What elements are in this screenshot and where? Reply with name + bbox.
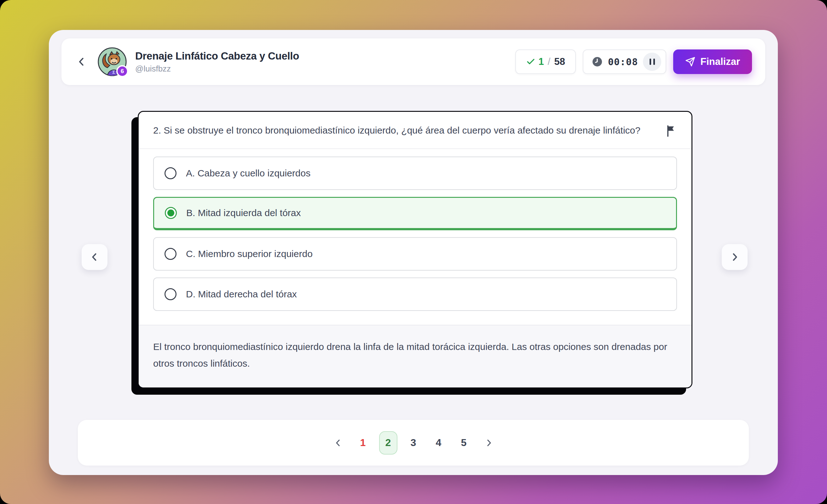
header-titles: Drenaje Linfático Cabeza y Cuello @luisf…	[135, 50, 299, 74]
finish-button[interactable]: Finalizar	[673, 49, 752, 74]
chevron-left-icon	[333, 438, 343, 448]
option-label: C. Miembro superior izquierdo	[186, 249, 313, 259]
quiz-author: @luisfbzz	[135, 64, 299, 74]
score-badge: 1 / 58	[515, 49, 576, 74]
check-icon	[526, 57, 535, 66]
radio-unselected-icon	[164, 288, 177, 300]
send-icon	[685, 57, 695, 67]
pause-icon	[649, 59, 651, 65]
question-text: 2. Si se obstruye el tronco bronquiomedi…	[153, 122, 664, 138]
radio-unselected-icon	[164, 167, 177, 179]
page-1-button[interactable]: 1	[354, 431, 372, 455]
page-4-button[interactable]: 4	[430, 431, 448, 455]
answer-options: A. Cabeza y cuello izquierdos B. Mitad i…	[139, 149, 691, 325]
pagination-bar: 1 2 3 4 5	[78, 420, 749, 465]
level-badge: 6	[116, 65, 128, 77]
answer-explanation: El tronco bronquiomediastínico izquierdo…	[139, 325, 691, 388]
radio-unselected-icon	[164, 248, 177, 260]
previous-question-button[interactable]	[82, 244, 107, 270]
option-label: B. Mitad izquierda del tórax	[186, 208, 301, 218]
score-separator: /	[547, 56, 551, 67]
pagination-prev-button[interactable]	[329, 434, 347, 452]
question-card: 2. Si se obstruye el tronco bronquiomedi…	[138, 111, 692, 388]
score-total: 58	[554, 56, 565, 67]
flag-icon	[666, 125, 676, 137]
option-label: D. Mitad derecha del tórax	[186, 289, 297, 300]
next-question-button[interactable]	[722, 244, 747, 270]
score-current: 1	[539, 56, 544, 67]
timer-value: 00:08	[608, 56, 638, 67]
timer-widget: 00:08	[583, 49, 666, 74]
clock-icon	[592, 56, 603, 67]
header-bar: Σ 6 Drenaje Linfático Cabeza y Cuello @l…	[61, 39, 765, 85]
flag-question-button[interactable]	[664, 122, 678, 140]
svg-text:Σ: Σ	[112, 69, 115, 74]
app-background: Σ 6 Drenaje Linfático Cabeza y Cuello @l…	[0, 0, 827, 504]
pause-button[interactable]	[643, 53, 661, 71]
chevron-right-icon	[729, 252, 740, 262]
page-3-button[interactable]: 3	[404, 431, 423, 455]
pagination-next-button[interactable]	[480, 434, 498, 452]
finish-button-label: Finalizar	[700, 56, 740, 67]
chevron-left-icon	[76, 56, 87, 67]
quiz-app-window: Σ 6 Drenaje Linfático Cabeza y Cuello @l…	[49, 30, 778, 475]
page-2-button-active[interactable]: 2	[379, 431, 397, 455]
back-button[interactable]	[75, 55, 89, 69]
option-a[interactable]: A. Cabeza y cuello izquierdos	[153, 157, 677, 190]
option-label: A. Cabeza y cuello izquierdos	[186, 168, 310, 179]
option-b-selected[interactable]: B. Mitad izquierda del tórax	[153, 197, 677, 230]
chevron-right-icon	[484, 438, 494, 448]
chevron-left-icon	[89, 252, 100, 262]
radio-selected-icon	[165, 207, 177, 219]
page-5-button[interactable]: 5	[455, 431, 473, 455]
avatar: Σ 6	[97, 47, 127, 77]
option-d[interactable]: D. Mitad derecha del tórax	[153, 278, 677, 311]
quiz-title: Drenaje Linfático Cabeza y Cuello	[135, 50, 299, 62]
option-c[interactable]: C. Miembro superior izquierdo	[153, 237, 677, 270]
question-header: 2. Si se obstruye el tronco bronquiomedi…	[139, 112, 691, 148]
